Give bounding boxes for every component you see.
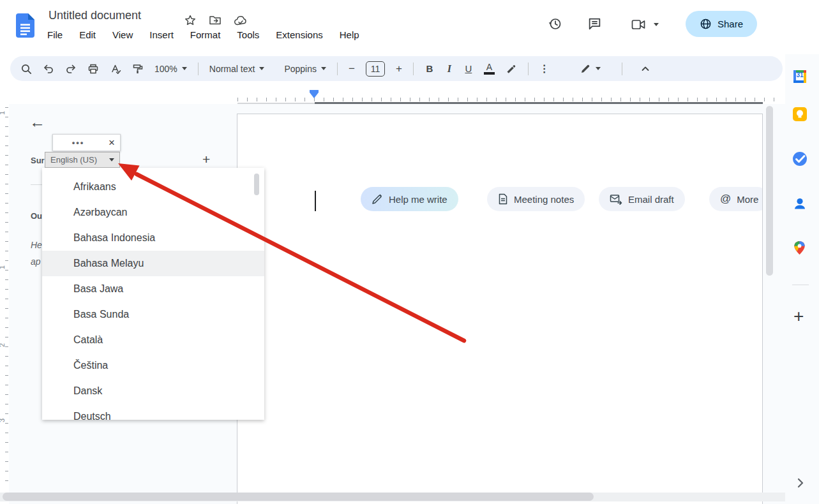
- star-icon[interactable]: [184, 14, 197, 27]
- document-page[interactable]: Help me write Meeting notes Email draft …: [237, 114, 763, 504]
- underline-button[interactable]: U: [464, 63, 473, 74]
- add-summary-button[interactable]: +: [202, 152, 210, 166]
- document-icon: [498, 193, 508, 205]
- language-dropdown[interactable]: English (US): [45, 152, 120, 168]
- font-size-field[interactable]: 11: [366, 61, 385, 77]
- editing-pen-icon: [580, 63, 591, 75]
- hide-menus-icon[interactable]: [640, 63, 651, 75]
- email-send-icon: [610, 193, 622, 205]
- decrease-font-size-button[interactable]: −: [349, 63, 355, 75]
- language-option[interactable]: Català: [42, 327, 264, 353]
- paragraph-style-value: Normal text: [209, 64, 255, 74]
- menu-extensions[interactable]: Extensions: [276, 29, 322, 40]
- italic-button[interactable]: I: [446, 63, 453, 75]
- share-globe-icon: [700, 18, 712, 30]
- email-draft-chip[interactable]: Email draft: [599, 187, 685, 211]
- more-options-icon[interactable]: ⋮: [539, 63, 550, 75]
- keep-icon[interactable]: [792, 106, 808, 122]
- pen-spark-icon: [372, 193, 383, 205]
- summary-label: Sur: [31, 156, 45, 165]
- language-option[interactable]: Dansk: [42, 378, 264, 404]
- text-color-button[interactable]: A: [484, 63, 495, 75]
- paint-format-icon[interactable]: [132, 63, 144, 75]
- indent-marker[interactable]: [310, 90, 319, 98]
- language-option[interactable]: Basa Jawa: [42, 276, 264, 302]
- tasks-icon[interactable]: [792, 151, 808, 167]
- highlight-color-icon[interactable]: [506, 63, 517, 75]
- get-add-ons-button[interactable]: +: [793, 308, 804, 325]
- help-me-write-chip[interactable]: Help me write: [361, 187, 458, 211]
- toolbar-separator: [622, 63, 622, 75]
- maps-icon[interactable]: [792, 240, 808, 256]
- document-title[interactable]: Untitled document: [49, 9, 141, 22]
- selected-language: English (US): [50, 155, 105, 165]
- document-status-cloud-icon[interactable]: [234, 15, 248, 26]
- comments-icon[interactable]: [587, 17, 602, 31]
- language-option[interactable]: Azərbaycan: [42, 200, 264, 225]
- language-option-highlighted[interactable]: Bahasa Melayu: [42, 251, 264, 276]
- at-icon: @: [720, 193, 731, 205]
- ruler-ticks: [237, 98, 782, 101]
- language-option[interactable]: Bahasa Indonesia: [42, 225, 264, 251]
- toolbar-separator: [198, 63, 199, 75]
- menu-help[interactable]: Help: [340, 29, 359, 40]
- google-docs-app: Untitled document File Edit View Insert …: [0, 0, 819, 504]
- zoom-select[interactable]: 100%: [154, 64, 187, 74]
- language-caret-icon: [109, 158, 114, 161]
- share-label: Share: [718, 19, 743, 29]
- text-cursor: [315, 191, 316, 211]
- menu-view[interactable]: View: [112, 29, 133, 40]
- calendar-icon[interactable]: 31: [792, 68, 808, 85]
- popup-drag-bar[interactable]: ••• ×: [52, 134, 121, 151]
- undo-icon[interactable]: [43, 63, 54, 75]
- hide-outline-back-button[interactable]: ←: [29, 114, 45, 130]
- version-history-icon[interactable]: [548, 17, 562, 31]
- ruler-ticks: [5, 107, 8, 490]
- search-menus-icon[interactable]: [20, 63, 32, 75]
- left-indent-handle[interactable]: [310, 93, 319, 98]
- bold-button[interactable]: B: [425, 63, 435, 74]
- text-color-swatch: [484, 72, 495, 75]
- chip-label: More: [737, 194, 758, 205]
- horizontal-scrollbar-thumb[interactable]: [3, 493, 594, 501]
- side-panel-divider: [792, 285, 809, 285]
- chip-label: Help me write: [389, 194, 447, 205]
- menu-file[interactable]: File: [47, 29, 63, 40]
- menu-tools[interactable]: Tools: [237, 29, 259, 40]
- editing-mode-select[interactable]: [580, 63, 601, 75]
- contacts-icon[interactable]: [792, 195, 808, 212]
- list-scrollbar-thumb[interactable]: [254, 174, 259, 195]
- chip-label: Meeting notes: [514, 194, 574, 205]
- close-icon[interactable]: ×: [103, 137, 120, 149]
- font-select[interactable]: Poppins: [284, 64, 326, 74]
- docs-logo-icon[interactable]: [16, 13, 34, 38]
- menu-format[interactable]: Format: [190, 29, 221, 40]
- spellcheck-icon[interactable]: [110, 63, 121, 75]
- toolbar-separator: [413, 63, 414, 75]
- calendar-badge: 31: [792, 71, 808, 78]
- increase-font-size-button[interactable]: +: [396, 63, 402, 75]
- font-caret-icon: [321, 67, 326, 70]
- paragraph-style-select[interactable]: Normal text: [209, 64, 265, 74]
- menu-edit[interactable]: Edit: [79, 29, 96, 40]
- meeting-notes-chip[interactable]: Meeting notes: [487, 187, 585, 211]
- menu-insert[interactable]: Insert: [149, 29, 174, 40]
- language-option[interactable]: Čeština: [42, 353, 264, 378]
- toolbar: 100% Normal text Poppins − 11 + B I U A …: [10, 56, 783, 81]
- chip-label: Email draft: [628, 194, 674, 205]
- document-scrollbar-thumb[interactable]: [766, 106, 773, 276]
- drag-handle-icon[interactable]: •••: [53, 138, 103, 147]
- redo-icon[interactable]: [65, 63, 77, 75]
- font-value: Poppins: [284, 64, 317, 74]
- outline-hint-text: ap: [31, 256, 41, 267]
- print-icon[interactable]: [87, 63, 99, 75]
- more-templates-chip[interactable]: @ More: [709, 187, 763, 211]
- meet-dropdown-caret-icon[interactable]: [654, 23, 659, 26]
- language-option[interactable]: Afrikaans: [42, 174, 264, 200]
- hide-side-panel-icon[interactable]: [794, 477, 807, 489]
- move-to-folder-icon[interactable]: [209, 14, 222, 27]
- share-button[interactable]: Share: [686, 11, 757, 37]
- language-option[interactable]: Deutsch: [42, 404, 264, 420]
- meet-camera-icon[interactable]: [631, 19, 647, 31]
- language-option[interactable]: Basa Sunda: [42, 302, 264, 327]
